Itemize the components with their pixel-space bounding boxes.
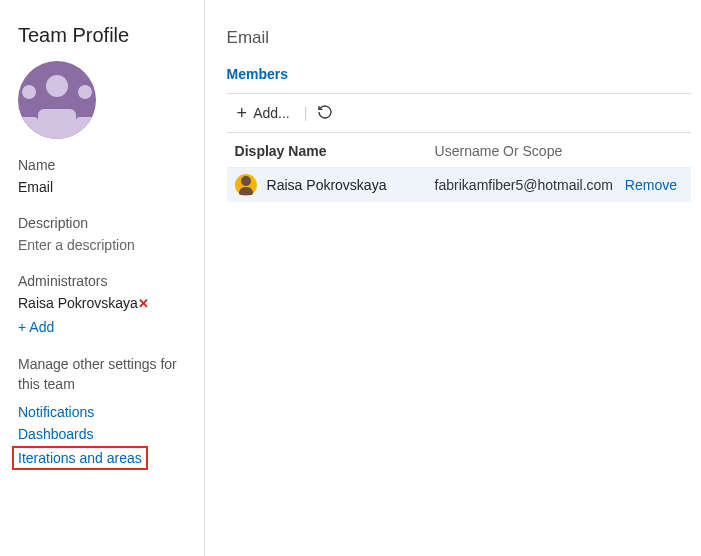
notifications-link[interactable]: Notifications bbox=[18, 404, 186, 420]
remove-member-link[interactable]: Remove bbox=[613, 177, 683, 193]
member-avatar-icon bbox=[235, 174, 257, 196]
remove-admin-icon[interactable]: ✕ bbox=[138, 296, 149, 311]
add-admin-link[interactable]: + Add bbox=[18, 319, 186, 335]
col-username[interactable]: Username Or Scope bbox=[435, 143, 613, 159]
toolbar: + Add... | bbox=[227, 93, 691, 133]
iterations-highlight: Iterations and areas bbox=[12, 446, 148, 470]
col-display-name[interactable]: Display Name bbox=[235, 143, 435, 159]
member-username: fabrikamfiber5@hotmail.com bbox=[435, 177, 613, 193]
name-value[interactable]: Email bbox=[18, 179, 186, 195]
page-title: Email bbox=[227, 28, 691, 48]
manage-settings-label: Manage other settings for this team bbox=[18, 355, 186, 394]
description-label: Description bbox=[18, 215, 186, 231]
admins-label: Administrators bbox=[18, 273, 186, 289]
toolbar-separator: | bbox=[304, 105, 308, 121]
plus-icon: + bbox=[237, 104, 248, 122]
name-label: Name bbox=[18, 157, 186, 173]
sidebar-title: Team Profile bbox=[18, 24, 186, 47]
member-name: Raisa Pokrovskaya bbox=[267, 177, 435, 193]
main-panel: Email Members + Add... | Display Name Us… bbox=[205, 0, 701, 556]
refresh-button[interactable] bbox=[317, 104, 333, 123]
iterations-link[interactable]: Iterations and areas bbox=[18, 450, 142, 466]
description-input[interactable]: Enter a description bbox=[18, 237, 186, 253]
add-label: Add... bbox=[253, 105, 290, 121]
team-avatar[interactable] bbox=[18, 61, 96, 139]
add-member-button[interactable]: + Add... bbox=[233, 102, 294, 124]
sidebar: Team Profile Name Email Description Ente… bbox=[0, 0, 205, 556]
admin-row: Raisa Pokrovskaya ✕ bbox=[18, 295, 186, 311]
admin-name: Raisa Pokrovskaya bbox=[18, 295, 138, 311]
tab-members[interactable]: Members bbox=[227, 66, 288, 86]
dashboards-link[interactable]: Dashboards bbox=[18, 426, 186, 442]
table-row[interactable]: Raisa Pokrovskaya fabrikamfiber5@hotmail… bbox=[227, 168, 691, 202]
tab-row: Members bbox=[227, 66, 691, 87]
table-header: Display Name Username Or Scope bbox=[227, 133, 691, 168]
